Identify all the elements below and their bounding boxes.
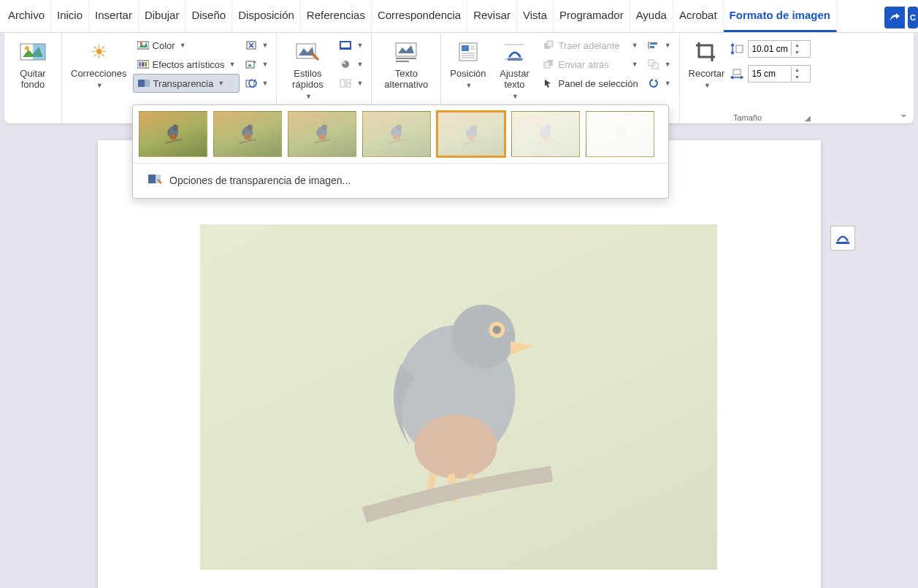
chevron-down-icon: ▼ xyxy=(96,82,103,89)
remove-background-button[interactable]: Quitar fondo xyxy=(9,36,57,93)
align-button[interactable]: ▼ xyxy=(643,36,675,55)
bring-forward-icon xyxy=(542,39,555,52)
transparency-preset-3[interactable] xyxy=(362,111,431,157)
selection-pane-label: Panel de selección xyxy=(558,78,638,89)
position-button[interactable]: Posición ▼ xyxy=(445,36,490,92)
color-icon xyxy=(137,39,150,52)
layout-options-button[interactable] xyxy=(830,226,855,251)
svg-rect-26 xyxy=(346,80,351,83)
wrap-text-icon xyxy=(501,39,527,65)
transparency-preset-6[interactable] xyxy=(586,111,654,157)
chevron-down-icon: ▼ xyxy=(704,82,711,89)
svg-rect-22 xyxy=(340,47,351,50)
change-picture-button[interactable]: ▼ xyxy=(241,55,272,74)
chevron-down-icon: ▼ xyxy=(465,82,472,89)
send-backward-label: Enviar atrás xyxy=(558,59,608,70)
selection-pane-icon xyxy=(542,77,555,90)
svg-rect-14 xyxy=(145,62,147,66)
chevron-down-icon: ▼ xyxy=(262,61,269,68)
remove-background-icon xyxy=(20,39,46,65)
tab-formato-de-imagen[interactable]: Formato de imagen xyxy=(724,0,837,32)
picture-border-button[interactable]: ▼ xyxy=(335,36,367,55)
alt-text-button[interactable]: Texto alternativo xyxy=(376,36,436,93)
artistic-effects-label: Efectos artísticos xyxy=(153,59,225,70)
bring-forward-button: Traer adelante ▼ xyxy=(538,36,641,55)
height-field[interactable] xyxy=(749,44,791,54)
tab-inicio[interactable]: Inicio xyxy=(51,0,89,32)
chevron-down-icon: ▼ xyxy=(356,61,363,68)
transparency-options-label: Opciones de transparencia de imagen... xyxy=(169,175,351,186)
picture-styles-label: Estilos rápidos xyxy=(286,68,329,90)
tab-archivo[interactable]: Archivo xyxy=(2,0,51,32)
chevron-down-icon: ▼ xyxy=(180,42,186,49)
spin-up[interactable]: ▲ xyxy=(792,42,802,49)
tab-programador[interactable]: Programador xyxy=(554,0,630,32)
width-input[interactable]: ▲▼ xyxy=(748,65,811,83)
rotate-button[interactable]: ▼ xyxy=(643,74,675,93)
spin-up[interactable]: ▲ xyxy=(792,66,802,74)
spin-down[interactable]: ▼ xyxy=(792,49,802,56)
tab-diseño[interactable]: Diseño xyxy=(185,0,232,32)
picture-effects-button[interactable]: ▼ xyxy=(335,55,367,74)
tab-correspondencia[interactable]: Correspondencia xyxy=(372,0,467,32)
group-icon xyxy=(647,58,660,71)
spin-down[interactable]: ▼ xyxy=(792,74,802,81)
share-button[interactable] xyxy=(884,7,905,28)
chevron-down-icon: ▼ xyxy=(356,42,363,49)
alt-text-label: Texto alternativo xyxy=(380,68,432,90)
color-button[interactable]: Color ▼ xyxy=(133,36,240,55)
svg-point-24 xyxy=(343,61,345,64)
picture-styles-icon xyxy=(294,39,321,65)
svg-rect-46 xyxy=(650,46,654,48)
height-icon xyxy=(730,42,743,56)
transparency-options-icon xyxy=(148,172,162,188)
chevron-down-icon: ▼ xyxy=(305,93,312,100)
transparency-preset-4[interactable] xyxy=(437,111,505,157)
chevron-down-icon: ▼ xyxy=(262,80,269,87)
tab-referencias[interactable]: Referencias xyxy=(301,0,372,32)
transparency-gallery: Opciones de transparencia de imagen... xyxy=(132,104,669,199)
collapse-ribbon-button[interactable]: ⌄ xyxy=(900,108,908,119)
artistic-effects-icon xyxy=(137,58,150,71)
chevron-down-icon: ▼ xyxy=(218,80,224,87)
crop-icon xyxy=(693,39,719,65)
tab-vista[interactable]: Vista xyxy=(517,0,554,32)
tab-revisar[interactable]: Revisar xyxy=(467,0,517,32)
transparency-options-button[interactable]: Opciones de transparencia de imagen... xyxy=(137,165,664,195)
tab-dibujar[interactable]: Dibujar xyxy=(139,0,186,32)
send-backward-icon xyxy=(542,58,555,71)
transparency-preset-0[interactable] xyxy=(139,111,207,157)
picture-effects-icon xyxy=(339,58,352,71)
comments-button[interactable]: C xyxy=(908,7,918,28)
picture-styles-button[interactable]: Estilos rápidos ▼ xyxy=(281,36,334,103)
size-dialog-launcher[interactable]: ◢ xyxy=(805,114,811,122)
height-input[interactable]: ▲▼ xyxy=(748,40,811,58)
width-field[interactable] xyxy=(749,69,791,79)
alt-text-icon xyxy=(393,39,419,65)
selected-image[interactable] xyxy=(200,224,717,570)
tab-acrobat[interactable]: Acrobat xyxy=(673,0,724,32)
svg-rect-29 xyxy=(396,58,416,59)
chevron-down-icon: ▼ xyxy=(229,61,236,68)
transparency-icon xyxy=(137,77,150,90)
transparency-preset-5[interactable] xyxy=(511,111,580,157)
chevron-down-icon: ▼ xyxy=(632,42,638,49)
tab-ayuda[interactable]: Ayuda xyxy=(630,0,673,32)
artistic-effects-button[interactable]: Efectos artísticos ▼ xyxy=(133,55,240,74)
bring-forward-label: Traer adelante xyxy=(558,40,619,51)
selection-pane-button[interactable]: Panel de selección xyxy=(538,74,641,93)
tab-disposición[interactable]: Disposición xyxy=(232,0,301,32)
crop-label: Recortar xyxy=(689,68,725,79)
tab-insertar[interactable]: Insertar xyxy=(89,0,139,32)
position-label: Posición xyxy=(450,68,486,79)
svg-rect-43 xyxy=(544,62,550,68)
reset-picture-button[interactable]: ▼ xyxy=(241,74,272,93)
wrap-text-button[interactable]: Ajustar texto ▼ xyxy=(491,36,537,103)
corrections-button[interactable]: ☀ Correcciones ▼ xyxy=(66,36,131,92)
align-icon xyxy=(647,39,660,52)
transparency-preset-1[interactable] xyxy=(213,111,282,157)
crop-button[interactable]: Recortar ▼ xyxy=(684,36,730,92)
transparency-button[interactable]: Transparencia ▼ xyxy=(133,74,240,93)
compress-pictures-button[interactable]: ▼ xyxy=(241,36,272,55)
transparency-preset-2[interactable] xyxy=(288,111,356,157)
